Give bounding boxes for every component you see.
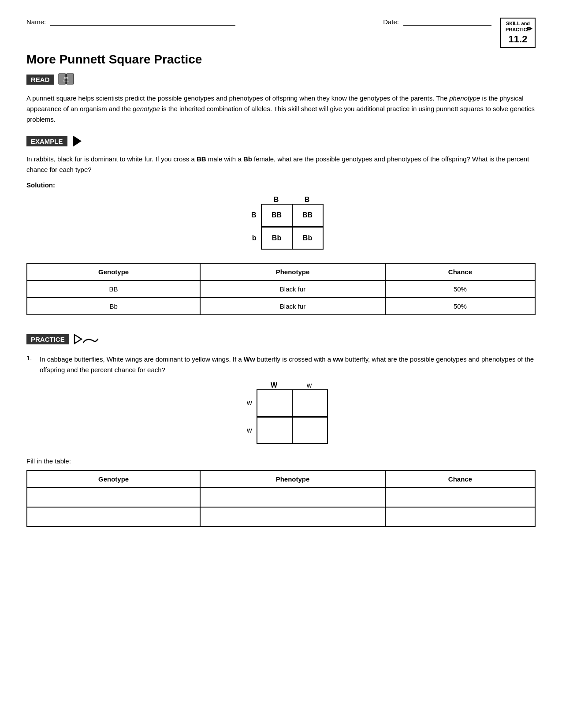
practice-row-header-w2: w [234, 426, 257, 434]
header: Name: Date: SKILL and PRACTICE ✏ 11.2 [26, 18, 536, 48]
practice-punnett-wrapper: W w w w [234, 381, 328, 444]
empty-header-phenotype: Phenotype [200, 470, 385, 488]
pencil-icon: ✏ [526, 25, 532, 34]
example-col-headers: B B [261, 196, 324, 204]
svg-marker-5 [74, 335, 82, 343]
question-1-content: In cabbage butterflies, White wings are … [40, 354, 536, 375]
results-table-header-row: Genotype Phenotype Chance [27, 263, 535, 280]
chance-50-2: 50% [385, 298, 535, 315]
practice-cell-1-2[interactable] [293, 390, 328, 417]
practice-label: PRACTICE [26, 334, 69, 344]
example-punnett-wrapper: B B B BB BB b Bb Bb [239, 196, 324, 250]
svg-text:CPO: CPO [63, 77, 68, 79]
example-grid-row2: Bb Bb [261, 227, 324, 250]
practice-col-headers: W w [257, 381, 328, 389]
empty-results-header-row: Genotype Phenotype Chance [27, 470, 535, 488]
example-punnett-container: B B B BB BB b Bb Bb [26, 196, 536, 250]
genotype-BB: BB [27, 280, 200, 298]
practice-row-header-w1: w [234, 399, 257, 407]
phenotype-black-fur-2: Black fur [200, 298, 385, 315]
example-row-2: b Bb Bb [239, 227, 324, 250]
badge-number: 11.2 [505, 33, 531, 46]
read-box: READ CPO Science [26, 73, 74, 86]
example-row-header-B: B [239, 211, 261, 219]
results-header-genotype: Genotype [27, 263, 200, 280]
genotype-Bb: Bb [27, 298, 200, 315]
results-header-phenotype: Phenotype [200, 263, 385, 280]
example-cell-BB-1: BB [262, 205, 293, 227]
date-line[interactable] [403, 18, 491, 26]
intro-text: A punnett square helps scientists predic… [26, 93, 536, 125]
fill-table-label: Fill in the table: [26, 457, 536, 465]
practice-row-1: w [234, 389, 328, 417]
practice-row-2: w [234, 417, 328, 444]
practice-grid-row2 [257, 417, 328, 444]
chance-50-1: 50% [385, 280, 535, 298]
practice-cell-2-1[interactable] [257, 418, 293, 444]
results-table: Genotype Phenotype Chance BB Black fur 5… [26, 263, 536, 315]
example-col-header-B2: B [292, 196, 323, 204]
table-row: Bb Black fur 50% [27, 298, 535, 315]
practice-punnett-container: W w w w [26, 381, 536, 444]
book-icon: CPO Science [58, 73, 74, 86]
empty-results-table: Genotype Phenotype Chance [26, 470, 536, 527]
name-label: Name: [26, 18, 46, 26]
example-text: In rabbits, black fur is dominant to whi… [26, 154, 536, 175]
example-row-header-b: b [239, 234, 261, 242]
example-cell-Bb-2: Bb [293, 228, 324, 250]
page-title: More Punnett Square Practice [26, 52, 536, 67]
example-cell-Bb-1: Bb [262, 228, 293, 250]
table-row: BB Black fur 50% [27, 280, 535, 298]
empty-genotype-1[interactable] [27, 488, 200, 507]
example-label: EXAMPLE [26, 136, 67, 146]
name-section: Name: [26, 18, 383, 26]
example-row-1: B BB BB [239, 204, 324, 227]
practice-box: PRACTICE [26, 333, 100, 345]
empty-phenotype-1[interactable] [200, 488, 385, 507]
date-section: Date: [383, 18, 491, 26]
practice-col-header-w: w [292, 381, 327, 389]
svg-text:Science: Science [63, 80, 69, 82]
practice-icon [74, 333, 100, 345]
table-row [27, 507, 535, 526]
example-col-header-B1: B [261, 196, 292, 204]
table-row [27, 488, 535, 507]
practice-grid-row1 [257, 389, 328, 417]
practice-cell-1-1[interactable] [257, 390, 293, 417]
practice-col-header-W: W [257, 381, 292, 389]
example-cell-BB-2: BB [293, 205, 324, 227]
results-header-chance: Chance [385, 263, 535, 280]
phenotype-black-fur-1: Black fur [200, 280, 385, 298]
empty-chance-2[interactable] [385, 507, 535, 526]
solution-label: Solution: [26, 181, 536, 189]
empty-genotype-2[interactable] [27, 507, 200, 526]
example-box: EXAMPLE [26, 135, 82, 147]
question-1-number: 1. [26, 354, 35, 375]
question-1-block: 1. In cabbage butterflies, White wings a… [26, 354, 536, 375]
empty-header-genotype: Genotype [27, 470, 200, 488]
play-icon [73, 135, 82, 147]
empty-header-chance: Chance [385, 470, 535, 488]
name-line[interactable] [50, 18, 235, 26]
read-label: READ [26, 75, 54, 85]
skill-badge: SKILL and PRACTICE ✏ 11.2 [500, 18, 536, 48]
example-grid-row1: BB BB [261, 204, 324, 227]
date-label: Date: [383, 18, 399, 26]
practice-cell-2-2[interactable] [293, 418, 328, 444]
empty-phenotype-2[interactable] [200, 507, 385, 526]
empty-chance-1[interactable] [385, 488, 535, 507]
